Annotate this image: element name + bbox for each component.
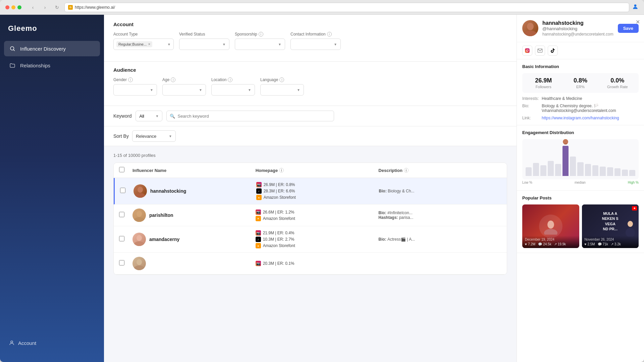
basic-info-grid: 26.9M Followers 0.8% ER% 0.0% Growth Rat… <box>522 73 639 93</box>
chevron-down-icon: ▼ <box>297 88 300 92</box>
influencer-info: parishilton <box>132 208 256 222</box>
location-select[interactable]: ▼ <box>211 84 255 96</box>
contact-info-select[interactable]: ▼ <box>290 39 341 50</box>
chart-bar <box>607 167 613 176</box>
close-panel-button[interactable]: ✕ <box>636 19 640 25</box>
gender-select[interactable]: ▼ <box>113 84 157 96</box>
sort-row: Sort By Relevance ▼ <box>104 126 517 146</box>
homepage-info: 📷 20.3M | ER: 0.1% <box>256 261 379 266</box>
browser-user-icon[interactable] <box>632 3 639 11</box>
post-shares: ↗ 3.2k <box>611 242 621 246</box>
back-button[interactable]: ‹ <box>28 3 38 12</box>
sidebar-navigation: Influencer Discovery Relationships <box>0 41 104 330</box>
post-stats: ♥ 7.2M 💬 24.5k ↗ 19.9k <box>525 242 577 246</box>
row-checkbox[interactable] <box>119 212 124 217</box>
sponsorship-select[interactable]: ▼ <box>235 39 285 50</box>
close-window-button[interactable] <box>5 5 9 9</box>
account-button[interactable]: Account <box>4 336 100 350</box>
chart-bar <box>540 165 546 176</box>
account-label: Account <box>18 340 36 346</box>
post-card[interactable]: December 19, 2024 ♥ 7.2M 💬 24.5k <box>522 204 579 248</box>
info-icon: i <box>128 77 133 82</box>
info-icon: i <box>327 32 332 37</box>
panel-header: hannahstocking @hannahstocking hannahsto… <box>517 15 644 42</box>
sidebar-item-label: Influencer Discovery <box>20 46 66 52</box>
favicon-icon: G <box>68 5 73 10</box>
traffic-lights <box>5 5 21 9</box>
keyword-search-input[interactable] <box>166 111 334 121</box>
info-icon: i <box>279 168 284 173</box>
row-checkbox[interactable] <box>119 260 124 265</box>
row-checkbox[interactable] <box>119 236 124 241</box>
table-row[interactable]: amandacerny 📷 21.9M | ER: 0.4% ♪ 10.3M |… <box>114 226 507 253</box>
minimize-window-button[interactable] <box>11 5 15 9</box>
browser-content: Gleemo Influencer Discovery Relationship… <box>0 15 644 362</box>
avatar <box>133 184 147 198</box>
chart-bar <box>526 167 532 176</box>
chevron-down-icon: ▼ <box>278 43 281 46</box>
account-section-title: Account <box>113 21 507 27</box>
bio-row: Bio: Biology & Chemistry degree. 🏳️ \nha… <box>522 104 639 113</box>
sidebar-item-relationships[interactable]: Relationships <box>4 58 100 73</box>
tiktok-icon: ♪ <box>256 188 262 194</box>
table-row[interactable]: parishilton 📷 26.6M | ER: 1.2% a Amazon … <box>114 204 507 226</box>
keyword-search-wrap: 🔍 <box>166 111 334 121</box>
chevron-down-icon: ▼ <box>222 43 226 46</box>
svg-point-4 <box>138 187 143 193</box>
forward-button[interactable]: › <box>40 3 50 12</box>
select-all-checkbox[interactable] <box>119 167 124 172</box>
chevron-down-icon: ▼ <box>167 43 171 46</box>
table-row[interactable]: 📷 20.3M | ER: 0.1% <box>114 253 507 275</box>
keyword-type-select[interactable]: All ▼ <box>136 111 162 121</box>
svg-point-1 <box>10 47 14 50</box>
basic-info-title: Basic Information <box>522 64 639 69</box>
avatar <box>132 233 146 246</box>
keyword-label: Keyword <box>113 113 131 119</box>
svg-point-19 <box>563 143 569 145</box>
account-type-select[interactable]: Regular;Busine... × ▼ <box>113 39 174 50</box>
chart-bar <box>570 157 576 176</box>
link-value[interactable]: https://www.instagram.com/hannahstocking <box>542 116 619 120</box>
interests-key: Interests: <box>522 96 539 101</box>
keyword-row: Keyword All ▼ 🔍 <box>104 106 517 126</box>
account-type-label: Account Type <box>113 32 174 37</box>
share-icon: ↗ <box>611 242 613 246</box>
chart-bar <box>585 164 591 176</box>
account-filters: Account Account Type Regular;Busine... ×… <box>104 15 517 62</box>
post-card[interactable]: ★ MULA A NEKEN S VEGA ND PR... <box>582 204 639 248</box>
sidebar-item-influencer-discovery[interactable]: Influencer Discovery <box>4 41 100 56</box>
post-comments: 💬 24.5k <box>538 242 551 246</box>
engagement-chart <box>522 139 639 179</box>
table-header: Influencer Name Homepage i Description i <box>114 163 507 178</box>
tag-remove-button[interactable]: × <box>148 42 150 47</box>
save-button[interactable]: Save <box>618 24 639 33</box>
age-select[interactable]: ▼ <box>162 84 206 96</box>
reload-button[interactable]: ↻ <box>52 3 62 12</box>
post-overlay: November 26, 2024 ♥ 2.5M 💬 71k <box>582 236 639 248</box>
comment-icon: 💬 <box>538 242 542 246</box>
influencer-info: hannahstocking <box>133 184 256 198</box>
tiktok-social-button[interactable] <box>548 46 558 56</box>
sort-select[interactable]: Relevance ▼ <box>132 130 176 142</box>
influencer-table: Influencer Name Homepage i Description i <box>113 163 507 275</box>
verified-status-group: Verified Status ▼ <box>179 32 229 50</box>
svg-point-8 <box>137 235 142 241</box>
instagram-social-button[interactable] <box>522 46 532 56</box>
panel-avatar <box>522 20 538 36</box>
chart-bar <box>555 164 561 176</box>
language-select[interactable]: ▼ <box>260 84 304 96</box>
row-checkbox[interactable] <box>120 188 125 193</box>
svg-line-2 <box>13 50 14 51</box>
bio-key: Bio: <box>522 104 539 113</box>
search-icon <box>9 45 16 52</box>
maximize-window-button[interactable] <box>17 5 21 9</box>
email-social-button[interactable] <box>535 46 545 56</box>
verified-status-select[interactable]: ▼ <box>179 39 229 50</box>
panel-email: hannahstocking@underscoretalent.com <box>542 32 613 37</box>
info-icon: i <box>279 77 284 82</box>
sort-label: Sort By <box>113 133 129 139</box>
account-filter-row: Account Type Regular;Busine... × ▼ V <box>113 32 507 50</box>
table-row[interactable]: hannahstocking 📷 26.9M | ER: 0.8% ♪ 28.3… <box>114 178 507 204</box>
homepage-info: 📷 26.6M | ER: 1.2% a Amazon Storefont <box>256 209 379 221</box>
address-bar[interactable]: G https://www.gleemo.ai/ <box>64 3 629 12</box>
